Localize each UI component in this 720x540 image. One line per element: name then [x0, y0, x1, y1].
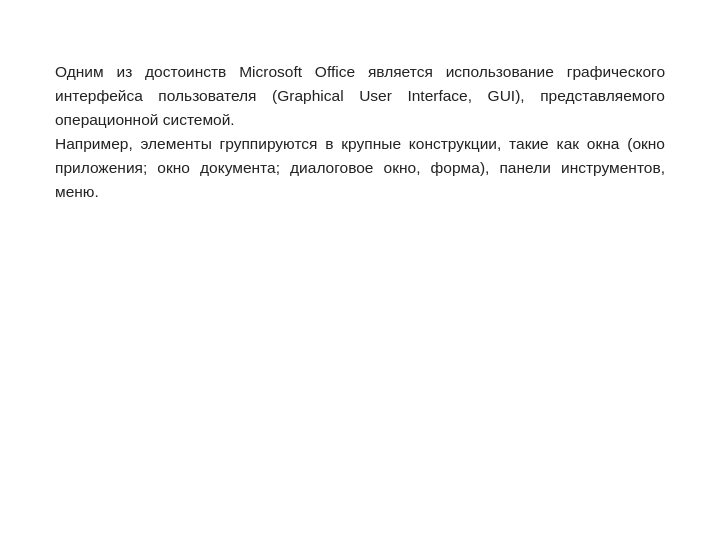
paragraph-1: Одним из достоинств Microsoft Office явл…	[55, 60, 665, 132]
paragraph-2: Например, элементы группируются в крупны…	[55, 132, 665, 204]
text-block: Одним из достоинств Microsoft Office явл…	[55, 60, 665, 204]
page-container: Одним из достоинств Microsoft Office явл…	[0, 0, 720, 540]
